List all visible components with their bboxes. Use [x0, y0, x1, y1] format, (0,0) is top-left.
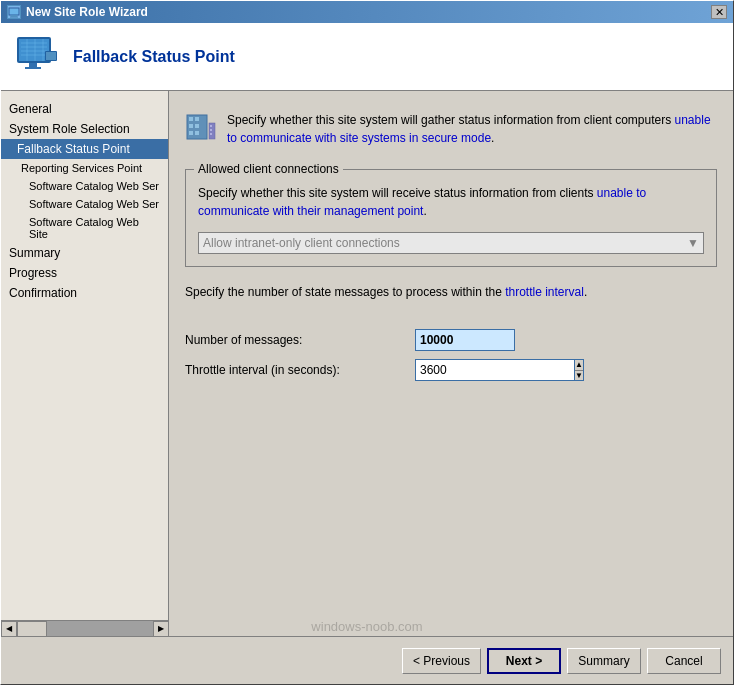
svg-rect-24: [210, 125, 212, 127]
throttle-input[interactable]: [415, 359, 574, 381]
svg-rect-0: [9, 8, 19, 15]
svg-rect-17: [189, 117, 193, 121]
svg-rect-19: [189, 124, 193, 128]
group-box-desc: Specify whether this site system will re…: [198, 184, 704, 220]
footer-bar: windows-noob.com < Previous Next > Summa…: [1, 636, 733, 684]
fields-section: Number of messages: Throttle interval (i…: [185, 329, 717, 381]
intro-text: Specify whether this site system will ga…: [227, 111, 717, 147]
svg-rect-26: [210, 133, 212, 135]
svg-rect-13: [25, 67, 41, 69]
header-title: Fallback Status Point: [73, 48, 235, 66]
group-desc-part2: .: [423, 204, 426, 218]
title-bar: New Site Role Wizard ✕: [1, 1, 733, 23]
messages-input[interactable]: [415, 329, 515, 351]
throttle-text-part2: .: [584, 285, 587, 299]
throttle-text-part1: Specify the number of state messages to …: [185, 285, 505, 299]
scroll-thumb[interactable]: [17, 621, 47, 637]
spin-down-button[interactable]: ▼: [575, 371, 583, 381]
svg-rect-15: [46, 52, 56, 60]
dropdown-placeholder: Allow intranet-only client connections: [203, 236, 400, 250]
sidebar-item-summary[interactable]: Summary: [1, 243, 168, 263]
sidebar-item-general: General: [1, 99, 168, 119]
info-icon: [185, 111, 217, 143]
throttle-text-highlight: throttle interval: [505, 285, 584, 299]
sidebar-item-software-catalog-web-ser-2[interactable]: Software Catalog Web Ser: [1, 195, 168, 213]
svg-rect-25: [210, 129, 212, 131]
svg-rect-2: [10, 17, 18, 18]
wizard-window: New Site Role Wizard ✕: [0, 0, 734, 685]
svg-rect-22: [195, 131, 199, 135]
header-computer-icon: [13, 33, 61, 81]
summary-button[interactable]: Summary: [567, 648, 641, 674]
throttle-spinner[interactable]: ▲ ▼: [415, 359, 515, 381]
intro-text-part1: Specify whether this site system will ga…: [227, 113, 675, 127]
spin-up-button[interactable]: ▲: [575, 360, 583, 371]
svg-rect-18: [195, 117, 199, 121]
sidebar-item-reporting-services-point[interactable]: Reporting Services Point: [1, 159, 168, 177]
close-button[interactable]: ✕: [711, 5, 727, 19]
main-content: General System Role Selection Fallback S…: [1, 91, 733, 620]
group-box-title: Allowed client connections: [194, 162, 343, 176]
sidebar-item-fallback-status-point[interactable]: Fallback Status Point: [1, 139, 168, 159]
dropdown-row: Allow intranet-only client connections ▼: [198, 232, 704, 254]
svg-rect-12: [29, 63, 37, 67]
svg-rect-4: [19, 39, 49, 61]
messages-label: Number of messages:: [185, 333, 405, 347]
content-area: Specify whether this site system will ga…: [169, 91, 733, 620]
sidebar-item-software-catalog-web-ser-1[interactable]: Software Catalog Web Ser: [1, 177, 168, 195]
group-desc-part1: Specify whether this site system will re…: [198, 186, 597, 200]
horizontal-scrollbar: ◀ ▶: [1, 620, 169, 636]
previous-button[interactable]: < Previous: [402, 648, 481, 674]
cancel-button[interactable]: Cancel: [647, 648, 721, 674]
scroll-track: [17, 621, 153, 637]
scroll-left-button[interactable]: ◀: [1, 621, 17, 637]
svg-rect-21: [189, 131, 193, 135]
sidebar-item-system-role-selection[interactable]: System Role Selection: [1, 119, 168, 139]
messages-field-row: Number of messages:: [185, 329, 717, 351]
title-bar-left: New Site Role Wizard: [7, 5, 148, 19]
sidebar-item-software-catalog-web-site[interactable]: Software Catalog Web Site: [1, 213, 168, 243]
intro-info-box: Specify whether this site system will ga…: [185, 105, 717, 153]
allowed-client-connections-group: Allowed client connections Specify wheth…: [185, 169, 717, 267]
sidebar-item-progress[interactable]: Progress: [1, 263, 168, 283]
intro-text-part2: .: [491, 131, 494, 145]
client-connections-dropdown[interactable]: Allow intranet-only client connections ▼: [198, 232, 704, 254]
scroll-right-button[interactable]: ▶: [153, 621, 169, 637]
window-icon: [7, 5, 21, 19]
next-button[interactable]: Next >: [487, 648, 561, 674]
dropdown-arrow-icon: ▼: [687, 236, 699, 250]
throttle-field-row: Throttle interval (in seconds): ▲ ▼: [185, 359, 717, 381]
svg-rect-20: [195, 124, 199, 128]
sidebar-item-confirmation[interactable]: Confirmation: [1, 283, 168, 303]
header-panel: Fallback Status Point: [1, 23, 733, 91]
throttle-description: Specify the number of state messages to …: [185, 283, 717, 301]
window-title: New Site Role Wizard: [26, 5, 148, 19]
throttle-label: Throttle interval (in seconds):: [185, 363, 405, 377]
sidebar: General System Role Selection Fallback S…: [1, 91, 169, 620]
svg-rect-1: [11, 15, 17, 17]
spin-buttons: ▲ ▼: [574, 359, 584, 381]
